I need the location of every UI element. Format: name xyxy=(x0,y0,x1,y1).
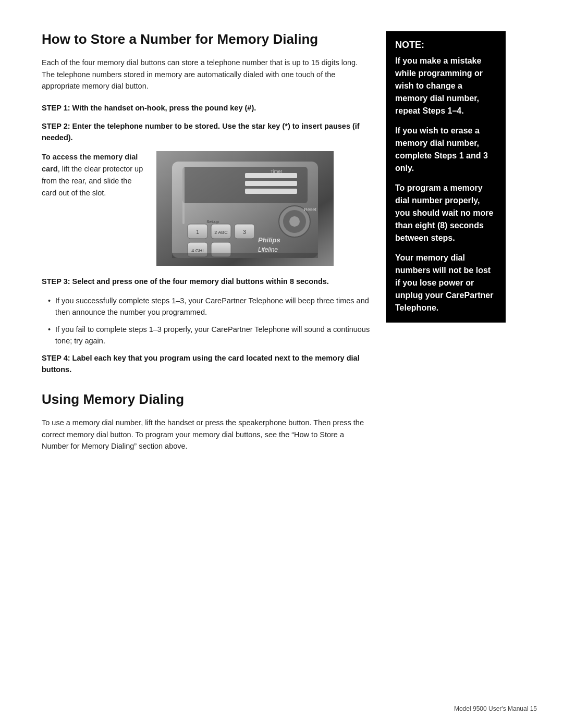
note-box: NOTE: If you make a mistake while progra… xyxy=(386,31,506,323)
svg-text:Set-up: Set-up xyxy=(206,219,219,224)
intro-paragraph: Each of the four memory dial buttons can… xyxy=(42,57,370,92)
svg-text:Lifeline: Lifeline xyxy=(258,246,278,253)
section2-intro: To use a memory dial number, lift the ha… xyxy=(42,417,370,452)
note-para4: Your memory dial numbers will not be los… xyxy=(395,252,496,314)
svg-rect-24 xyxy=(172,253,318,258)
svg-rect-5 xyxy=(245,181,297,186)
svg-text:2 ABC: 2 ABC xyxy=(214,230,228,235)
memory-card-caption: To access the memory dial card, lift the… xyxy=(42,151,146,200)
caption-bold-1: To access the memory dial card xyxy=(42,153,138,173)
bullet-list: If you successfully complete steps 1–3, … xyxy=(50,295,370,347)
step3-text: STEP 3: Select and press one of the four… xyxy=(42,276,370,288)
phone-image: 1 2 ABC 3 4 GHI Philips Lifeline Set-up … xyxy=(156,151,334,266)
svg-text:1: 1 xyxy=(196,229,199,235)
step4-text: STEP 4: Label each key that you program … xyxy=(42,353,370,376)
bullet-item-2: If you fail to complete steps 1–3 proper… xyxy=(50,324,370,347)
svg-text:Reset: Reset xyxy=(304,207,316,212)
note-para1: If you make a mistake while programming … xyxy=(395,55,496,117)
note-para2: If you wish to erase a memory dial numbe… xyxy=(395,125,496,175)
svg-point-9 xyxy=(289,216,300,227)
page-footer: Model 9500 User's Manual 15 xyxy=(454,705,537,712)
caption-text: To access the memory dial card, lift the… xyxy=(42,151,146,200)
bullet-item-1: If you successfully complete steps 1–3, … xyxy=(50,295,370,318)
main-content: How to Store a Number for Memory Dialing… xyxy=(42,31,386,697)
note-title: NOTE: xyxy=(395,40,496,51)
section2-title: Using Memory Dialing xyxy=(42,391,370,408)
step1-text: STEP 1: With the handset on-hook, press … xyxy=(42,103,370,114)
page-title: How to Store a Number for Memory Dialing xyxy=(42,31,370,47)
step2-text: STEP 2: Enter the telephone number to be… xyxy=(42,121,370,144)
svg-text:4 GHI: 4 GHI xyxy=(191,248,204,253)
sidebar: NOTE: If you make a mistake while progra… xyxy=(386,31,506,697)
svg-text:Timer: Timer xyxy=(271,169,283,174)
image-text-block: To access the memory dial card, lift the… xyxy=(42,151,370,266)
svg-text:Philips: Philips xyxy=(258,236,280,244)
note-para3: To program a memory dial number properly… xyxy=(395,182,496,244)
svg-text:3: 3 xyxy=(243,229,246,235)
svg-rect-6 xyxy=(245,189,297,194)
svg-rect-3 xyxy=(182,167,185,224)
